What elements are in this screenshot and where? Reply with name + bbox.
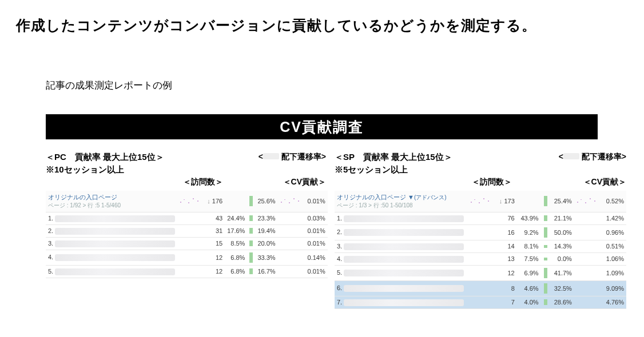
table-row: 4. 137.5%0.0%1.06% <box>335 252 626 265</box>
table-row: 5. 126.8%16.7%0.01% <box>46 265 328 278</box>
visits-value: 12 <box>205 265 225 278</box>
sparkline-icon <box>470 196 493 204</box>
visits-pct: 8.1% <box>517 240 541 252</box>
transition-rate: 41.7% <box>550 265 574 280</box>
redacted-page-name <box>344 243 464 250</box>
subtitle: 記事の成果測定レポートの例 <box>46 79 172 92</box>
visits-pct: 6.8% <box>225 250 247 265</box>
visits-value: 16 <box>496 224 517 240</box>
table-row: 2. 169.2%50.0%0.96% <box>335 224 626 240</box>
visits-pct: 17.6% <box>225 224 247 237</box>
visits-pct: 24.4% <box>225 212 247 224</box>
visits-pct: 7.5% <box>517 252 541 265</box>
cv-contribution: 0.03% <box>305 212 328 224</box>
sparkline-icon <box>280 196 303 204</box>
cv-contribution: 1.06% <box>602 252 626 265</box>
visits-pct: 9.2% <box>517 224 541 240</box>
redacted-page-name <box>55 228 175 235</box>
pc-summary-row: オリジナルの入口ページ ページ : 1/92 > 行 :5 1-5/460 ↓ … <box>46 191 328 212</box>
row-index: 5. <box>337 269 342 276</box>
section-banner: CV貢献調査 <box>46 114 598 139</box>
table-row: 1. 7643.9%21.1%1.42% <box>335 212 626 224</box>
col-rate-label: 配下遷移率 <box>582 152 622 161</box>
rate-bar <box>544 299 547 305</box>
cv-contribution: 1.09% <box>602 265 626 280</box>
row-index: 1. <box>48 215 53 222</box>
visits-value: 12 <box>496 265 517 280</box>
sp-note: ※5セッション以上 <box>335 163 452 176</box>
cv-contribution: 9.09% <box>602 280 626 296</box>
transition-rate: 28.6% <box>550 296 574 308</box>
row-index: 7. <box>337 299 342 306</box>
visits-pct: 8.5% <box>225 237 247 250</box>
visits-value: 43 <box>205 212 225 224</box>
col-cv-label: ＜CV貢献＞ <box>583 177 626 186</box>
transition-rate: 16.7% <box>255 265 277 278</box>
cv-contribution: 1.42% <box>602 212 626 224</box>
visits-pct: 4.0% <box>517 296 541 308</box>
redacted-page-name <box>55 254 175 261</box>
entry-page-label: オリジナルの入口ページ <box>48 194 117 200</box>
transition-rate: 14.3% <box>550 240 574 252</box>
rate-bar <box>544 283 547 294</box>
row-index: 3. <box>48 240 53 247</box>
slide: { "title": "作成したコンテンツがコンバージョンに貢献しているかどうか… <box>0 0 644 337</box>
table-row: 3. 158.5%20.0%0.01% <box>46 237 328 250</box>
visits-value: 14 <box>496 240 517 252</box>
sort-down-icon: ↓ <box>499 198 503 204</box>
table-row: 3. 148.1%14.3%0.51% <box>335 240 626 252</box>
transition-rate: 23.3% <box>255 212 277 224</box>
row-index: 3. <box>337 243 342 250</box>
sparkline-icon <box>180 196 202 204</box>
pc-heading: ＜PC 貢献率 最大上位15位＞ <box>46 151 164 163</box>
row-index: 4. <box>48 254 53 260</box>
redacted-page-name <box>344 270 464 276</box>
transition-rate: 33.3% <box>255 250 277 265</box>
redacted-page-name <box>344 299 464 306</box>
redacted-page-name <box>344 215 464 222</box>
col-rate-label: 配下遷移率 <box>281 152 321 161</box>
visits-value: 8 <box>496 280 517 296</box>
cv-contribution: 0.96% <box>602 224 626 240</box>
transition-rate: 50.0% <box>550 224 574 240</box>
rate-bar <box>544 215 547 221</box>
cv-contribution: 0.14% <box>305 250 328 265</box>
row-index: 4. <box>337 255 342 262</box>
visits-value: 13 <box>496 252 517 265</box>
pc-panel: ＜PC 貢献率 最大上位15位＞ ※10セッション以上 < 配下遷移率> ＜訪問… <box>46 151 326 278</box>
col-visits-label: ＜訪問数＞ <box>183 177 223 187</box>
row-index: 2. <box>48 227 53 234</box>
row-index: 5. <box>48 268 53 275</box>
redacted-page-name <box>344 256 464 263</box>
visits-pct: 4.6% <box>517 280 541 296</box>
rate-bar <box>544 268 547 278</box>
cv-contribution: 0.01% <box>305 265 328 278</box>
entry-page-label: オリジナルの入口ページ <box>337 194 406 200</box>
transition-rate: 20.0% <box>255 237 277 250</box>
pc-note: ※10セッション以上 <box>46 163 164 176</box>
cv-contribution: 4.76% <box>602 296 626 308</box>
transition-rate: 21.1% <box>550 212 574 224</box>
table-row: 1. 4324.4%23.3%0.03% <box>46 212 328 224</box>
cv-contribution: 0.01% <box>305 237 328 250</box>
page-title: 作成したコンテンツがコンバージョンに貢献しているかどうかを測定する。 <box>16 16 536 35</box>
rate-bar <box>249 215 253 221</box>
redacted-page-name <box>344 229 464 236</box>
redacted-label <box>263 153 279 159</box>
sp-panel: ＜SP 貢献率 最大上位15位＞ ※5セッション以上 < 配下遷移率> ＜訪問数… <box>335 151 626 309</box>
col-visits-label: ＜訪問数＞ <box>472 177 512 187</box>
sparkline-icon <box>577 196 599 204</box>
rate-bar <box>249 240 253 246</box>
table-row: 2. 3117.6%19.4%0.01% <box>46 224 328 237</box>
cv-contribution: 0.51% <box>602 240 626 252</box>
visits-value: 12 <box>205 250 225 265</box>
sort-down-icon: ↓ <box>207 198 210 204</box>
entry-page-sub: ページ : 1/3 > 行 :50 1-50/108 <box>337 202 413 208</box>
transition-rate: 32.5% <box>550 280 574 296</box>
rate-bar <box>544 245 547 248</box>
redacted-page-name <box>55 268 175 275</box>
visits-pct: 6.8% <box>225 265 247 278</box>
table-row: 7. 74.0%28.6%4.76% <box>335 296 626 308</box>
rate-bar <box>249 252 253 263</box>
visits-pct: 6.9% <box>517 265 541 280</box>
